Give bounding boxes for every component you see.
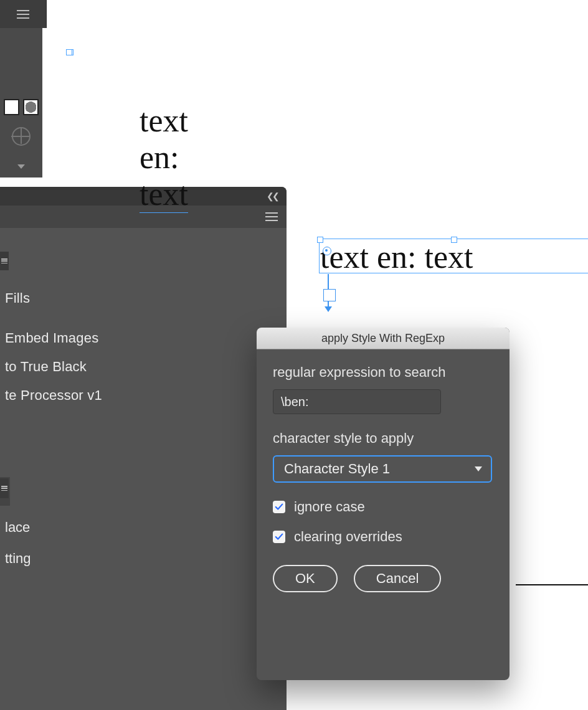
dialog: apply Style With RegExp regular expressi… bbox=[257, 328, 510, 680]
menu-icon[interactable] bbox=[17, 10, 29, 19]
checkbox-checked-icon bbox=[273, 501, 285, 513]
style-select[interactable]: Character Style 1 bbox=[273, 455, 492, 483]
ignore-case-checkbox[interactable]: ignore case bbox=[273, 499, 493, 515]
text-out-port-icon[interactable] bbox=[323, 289, 336, 301]
list-item[interactable]: to True Black bbox=[0, 353, 287, 381]
canvas-object-line[interactable] bbox=[516, 584, 588, 585]
tool-side-panel bbox=[0, 28, 42, 178]
chevron-down-icon bbox=[475, 466, 482, 471]
scripts-panel: ❮❮ Fills Embed Images to True Black te P… bbox=[0, 187, 287, 710]
clear-overrides-checkbox[interactable]: clearing overrides bbox=[273, 529, 493, 545]
clear-overrides-label: clearing overrides bbox=[294, 529, 402, 545]
stroke-swatch[interactable] bbox=[23, 99, 39, 115]
cancel-button[interactable]: Cancel bbox=[354, 565, 441, 592]
style-select-value: Character Style 1 bbox=[284, 461, 390, 477]
list-item[interactable]: lace bbox=[5, 512, 31, 543]
list-item[interactable]: tting bbox=[5, 543, 31, 574]
regex-label: regular expression to search bbox=[273, 364, 493, 381]
thread-arrow-icon bbox=[325, 306, 332, 312]
list-item[interactable]: Fills bbox=[0, 284, 287, 313]
text-frame[interactable]: text en: text bbox=[140, 102, 188, 213]
list-item[interactable]: Embed Images bbox=[0, 324, 287, 353]
list-item[interactable]: te Processor v1 bbox=[0, 381, 287, 410]
panel-menu-icon[interactable] bbox=[265, 212, 278, 221]
collapse-icon[interactable]: ❮❮ bbox=[267, 191, 278, 201]
checkbox-checked-icon bbox=[273, 531, 285, 543]
panel-min-header bbox=[0, 0, 47, 28]
globe-icon[interactable] bbox=[12, 127, 31, 146]
ok-button[interactable]: OK bbox=[273, 565, 338, 592]
scripts-list-2: lace tting bbox=[5, 512, 31, 574]
panel-grip[interactable] bbox=[0, 252, 9, 270]
dialog-title: apply Style With RegExp bbox=[257, 328, 510, 349]
scripts-list: Fills Embed Images to True Black te Proc… bbox=[0, 284, 287, 410]
selection-handle[interactable] bbox=[66, 49, 72, 55]
text-in-port-icon[interactable] bbox=[323, 247, 331, 255]
panel-grip[interactable] bbox=[0, 478, 9, 498]
text-frame[interactable]: text en: text bbox=[320, 239, 473, 275]
fill-swatch[interactable] bbox=[4, 99, 19, 115]
style-label: character style to apply bbox=[273, 430, 493, 447]
chevron-down-icon[interactable] bbox=[17, 164, 25, 169]
regex-input[interactable] bbox=[273, 389, 441, 414]
ignore-case-label: ignore case bbox=[294, 499, 365, 515]
